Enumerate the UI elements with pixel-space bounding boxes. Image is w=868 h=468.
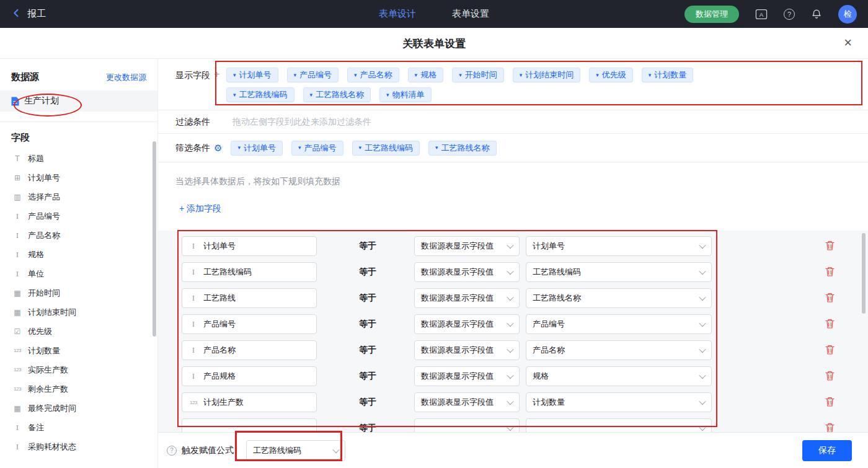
tag-label: 开始时间 — [465, 69, 497, 81]
rule-field-input[interactable]: I计划单号 — [182, 236, 317, 256]
add-display-field-button[interactable]: + — [214, 68, 226, 102]
display-field-tag[interactable]: ▾产品编号 — [291, 141, 343, 156]
sidebar-scrollbar[interactable] — [153, 141, 156, 337]
source-field-value: 工艺路线名称 — [533, 293, 696, 304]
rule-field-input[interactable]: I工艺路线编码 — [182, 262, 317, 282]
help-icon[interactable]: ? — [167, 446, 177, 456]
filter-drop-zone[interactable]: 拖动左侧字段到此处来添加过滤条件 — [232, 117, 868, 128]
source-field-select[interactable]: 产品名称 — [526, 340, 712, 360]
delete-rule-button[interactable] — [825, 293, 835, 304]
source-type-select[interactable]: 数据源表显示字段值 — [414, 340, 520, 360]
sidebar-field-item[interactable]: 123实际生产数 — [0, 360, 157, 379]
sidebar-field-item[interactable]: I产品编号 — [0, 206, 157, 226]
change-datasource-link[interactable]: 更改数据源 — [106, 72, 146, 83]
display-field-tag[interactable]: ▾优先级 — [589, 68, 633, 82]
source-field-select[interactable]: 产品编号 — [526, 314, 712, 334]
source-field-select[interactable]: 工艺路线编码 — [526, 262, 712, 282]
translate-icon[interactable]: A — [755, 9, 768, 20]
source-field-select[interactable]: 计划单号 — [526, 236, 712, 256]
sidebar-field-item[interactable]: T标题 — [0, 149, 157, 168]
delete-rule-button[interactable] — [825, 241, 835, 252]
source-type-select[interactable]: 数据源表显示字段值 — [414, 392, 520, 412]
rule-operator: 等于 — [359, 319, 394, 330]
display-field-tag[interactable]: ▾计划单号 — [231, 141, 283, 156]
source-field-select[interactable] — [526, 418, 712, 432]
sidebar-field-item[interactable]: ☑优先级 — [0, 322, 157, 341]
rule-operator: 等于 — [359, 397, 394, 408]
source-type-select[interactable]: 数据源表显示字段值 — [414, 236, 520, 256]
sidebar-field-item[interactable]: 123剩余生产数 — [0, 379, 157, 399]
sidebar-field-item[interactable]: ▦计划结束时间 — [0, 302, 157, 322]
sidebar-field-item[interactable]: ▦最终完成时间 — [0, 399, 157, 418]
save-button[interactable]: 保存 — [802, 440, 852, 461]
source-field-select[interactable]: 工艺路线名称 — [526, 288, 712, 308]
display-field-tag[interactable]: ▾物料清单 — [379, 87, 432, 102]
bell-icon[interactable] — [811, 9, 822, 20]
display-field-tag[interactable]: ▾工艺路线名称 — [303, 87, 371, 102]
display-field-tag[interactable]: ▾工艺路线编码 — [226, 87, 294, 102]
trigger-field-select[interactable]: 工艺路线编码 — [246, 440, 345, 461]
datasource-item[interactable]: 生产计划 — [0, 91, 157, 112]
source-type-select[interactable]: 数据源表显示字段值 — [414, 288, 520, 308]
sidebar-field-item[interactable]: ▦开始时间 — [0, 283, 157, 302]
tab-form-settings[interactable]: 表单设置 — [452, 8, 489, 20]
display-field-tag[interactable]: ▾产品名称 — [347, 68, 399, 82]
sidebar-field-item[interactable]: I产品名称 — [0, 226, 157, 245]
avatar[interactable]: 检 — [838, 5, 857, 24]
sidebar-field-item[interactable]: I规格 — [0, 245, 157, 264]
display-field-tag[interactable]: ▾计划单号 — [226, 68, 278, 82]
delete-rule-button[interactable] — [825, 371, 835, 382]
source-field-value: 产品名称 — [533, 345, 696, 356]
source-type-select[interactable]: 数据源表显示字段值 — [414, 262, 520, 282]
add-field-link[interactable]: + 添加字段 — [179, 203, 221, 214]
sidebar-field-item[interactable]: ⊞计划单号 — [0, 168, 157, 187]
display-field-tag[interactable]: ▾规格 — [408, 68, 444, 82]
tab-form-design[interactable]: 表单设计 — [379, 8, 416, 20]
rule-field-name: 产品规格 — [203, 371, 236, 382]
delete-rule-button[interactable] — [825, 267, 835, 278]
display-field-tag[interactable]: ▾工艺路线名称 — [428, 141, 497, 156]
sidebar-field-item[interactable]: I单位 — [0, 264, 157, 283]
sidebar-field-item[interactable]: ▥选择产品 — [0, 187, 157, 206]
sidebar-field-item[interactable]: I采购耗材状态 — [0, 437, 157, 456]
display-field-tag[interactable]: ▾产品编号 — [287, 68, 339, 82]
source-field-select[interactable]: 计划数量 — [526, 392, 712, 412]
source-type-select[interactable] — [414, 418, 520, 432]
display-field-tag[interactable]: ▾开始时间 — [452, 68, 504, 82]
source-type-select[interactable]: 数据源表显示字段值 — [414, 314, 520, 334]
fill-rule-row: I工艺路线编码等于数据源表显示字段值工艺路线编码 — [158, 259, 868, 285]
back-button[interactable] — [11, 7, 22, 21]
help-icon[interactable]: ? — [784, 9, 795, 20]
chevron-down-icon — [332, 446, 339, 453]
source-field-value: 计划数量 — [533, 397, 696, 408]
source-field-select[interactable]: 规格 — [526, 366, 712, 386]
rule-field-input[interactable]: I产品规格 — [182, 366, 317, 386]
rule-field-input[interactable]: 123计划生产数 — [182, 392, 317, 412]
delete-rule-button[interactable] — [825, 423, 835, 433]
fill-rule-row: I产品名称等于数据源表显示字段值产品名称 — [158, 337, 868, 363]
sidebar-field-item[interactable]: 123计划数量 — [0, 341, 157, 360]
rules-scrollbar[interactable] — [862, 233, 866, 314]
sidebar-field-item[interactable]: I备注 — [0, 418, 157, 437]
rule-field-input[interactable]: I产品编号 — [182, 314, 317, 334]
delete-rule-button[interactable] — [825, 319, 835, 330]
display-field-tag[interactable]: ▾工艺路线编码 — [352, 141, 420, 156]
sidebar-field-label: 剩余生产数 — [28, 384, 68, 395]
data-manage-button[interactable]: 数据管理 — [684, 6, 739, 23]
source-type-select[interactable]: 数据源表显示字段值 — [414, 366, 520, 386]
fill-rules-panel: I计划单号等于数据源表显示字段值计划单号I工艺路线编码等于数据源表显示字段值工艺… — [158, 231, 868, 432]
rule-field-input[interactable]: I产品名称 — [182, 340, 317, 360]
rule-field-input[interactable]: I工艺路线 — [182, 288, 317, 308]
delete-rule-button[interactable] — [825, 397, 835, 408]
gear-icon[interactable]: ⚙ — [214, 143, 222, 154]
close-icon[interactable]: × — [844, 34, 852, 51]
display-field-tag[interactable]: ▾计划结束时间 — [513, 68, 581, 82]
rule-field-input[interactable] — [182, 418, 317, 432]
delete-rule-button[interactable] — [825, 345, 835, 356]
caret-down-icon: ▾ — [310, 92, 313, 98]
chevron-down-icon — [507, 320, 513, 327]
display-field-tag[interactable]: ▾计划数量 — [642, 68, 694, 82]
text-icon: I — [12, 442, 22, 452]
filter-condition-row: 过滤条件 拖动左侧字段到此处来添加过滤条件 — [158, 110, 868, 134]
number-icon: 123 — [12, 367, 22, 373]
